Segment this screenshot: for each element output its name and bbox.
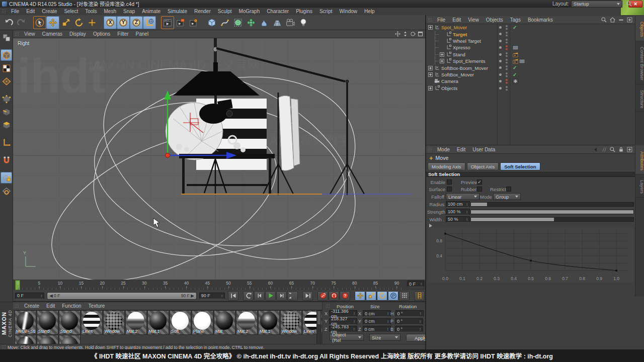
enabled-check-icon[interactable]: ✓: [513, 65, 517, 70]
menu-item-mograph[interactable]: MoGraph: [235, 9, 264, 14]
material-mat-1[interactable]: Mat.1: [258, 310, 280, 335]
workplane-mode-button[interactable]: [1, 75, 12, 87]
layer-dot[interactable]: [499, 40, 502, 42]
play-forward-button[interactable]: [265, 291, 276, 301]
tree-item-wheel-target[interactable]: Wheel Target: [426, 38, 635, 44]
prev-frame-button[interactable]: [254, 291, 265, 301]
tab-object-axis[interactable]: Object Axis: [467, 162, 499, 170]
axis-mode-button[interactable]: [1, 137, 12, 148]
lock-workplane-button[interactable]: [1, 172, 12, 184]
layer-dot[interactable]: [499, 73, 502, 76]
menu-item-file[interactable]: File: [8, 9, 23, 14]
viewport-orbit-icon[interactable]: [410, 31, 416, 37]
side-tab-layers[interactable]: Layers: [635, 174, 644, 198]
material-mat-2[interactable]: Mat.2: [236, 310, 258, 335]
mograph-button[interactable]: [245, 16, 258, 29]
coord-field[interactable]: 0 cm↕: [363, 318, 391, 325]
menu-item-mode[interactable]: Mode: [434, 147, 453, 152]
menu-item-create[interactable]: Create: [38, 9, 60, 14]
goto-end-button[interactable]: [302, 291, 313, 301]
menu-item-tools[interactable]: Tools: [82, 9, 100, 14]
panel-grip-icon[interactable]: [15, 32, 19, 36]
scale-tool-button[interactable]: [59, 16, 72, 29]
menu-item-window[interactable]: Window: [336, 9, 361, 14]
lock-z-button[interactable]: Z: [130, 16, 143, 29]
menu-item-view[interactable]: View: [21, 31, 39, 37]
menu-item-filter[interactable]: Filter: [114, 31, 132, 37]
menu-item-simulate[interactable]: Simulate: [164, 9, 191, 14]
enabled-check-icon[interactable]: ✓: [513, 72, 517, 77]
plus-box-icon[interactable]: [626, 17, 633, 24]
undo-button[interactable]: [2, 16, 15, 29]
panel-grip-icon[interactable]: [326, 304, 330, 308]
layer-dot[interactable]: [499, 46, 502, 49]
last-tool-button[interactable]: [86, 16, 99, 29]
value-field[interactable]: 100 %↕: [446, 209, 470, 215]
search-icon[interactable]: [609, 146, 616, 153]
expander-icon[interactable]: [428, 25, 433, 30]
tree-item-spot-elements[interactable]: Spot_Elements: [426, 58, 635, 64]
tree-item-xpresso[interactable]: Xpresso: [426, 44, 635, 51]
polygons-mode-button[interactable]: [1, 119, 12, 131]
layer-dot[interactable]: [499, 26, 502, 29]
material-soft[interactable]: Soft: [170, 310, 191, 335]
dropdown[interactable]: Linear: [446, 193, 479, 200]
slider[interactable]: [470, 217, 634, 222]
environment-button[interactable]: [271, 16, 284, 29]
menu-item-animate[interactable]: Animate: [138, 9, 164, 14]
history-slash-icon[interactable]: [601, 146, 608, 153]
menu-item-tags[interactable]: Tags: [507, 17, 524, 23]
checkbox[interactable]: [447, 179, 452, 185]
plus-box-icon[interactable]: [626, 146, 633, 153]
edges-mode-button[interactable]: [1, 106, 12, 118]
expander-icon[interactable]: [440, 59, 444, 63]
deformers-button[interactable]: [258, 16, 271, 29]
material-scrollbar[interactable]: [316, 310, 321, 344]
material-stand[interactable]: Stand: [37, 310, 58, 335]
layer-dot[interactable]: [499, 60, 502, 62]
layer-dot[interactable]: [499, 53, 502, 56]
search-icon[interactable]: [626, 1, 633, 8]
layer-dot[interactable]: [499, 87, 502, 89]
lock-y-button[interactable]: Y: [117, 16, 130, 29]
coord-field[interactable]: 0 °↕: [395, 318, 423, 325]
coord-field[interactable]: 0 °↕: [395, 326, 423, 332]
clap-tag-icon[interactable]: [513, 52, 518, 57]
light-tool-button[interactable]: [297, 16, 310, 29]
menu-item-view[interactable]: View: [464, 17, 482, 23]
generators-button[interactable]: [231, 16, 245, 29]
minimize-panel-icon[interactable]: [618, 17, 625, 24]
redo-button[interactable]: [15, 16, 28, 29]
viewport-maximize-icon[interactable]: [417, 31, 424, 37]
timeline-film-button[interactable]: [414, 291, 425, 301]
next-frame-button[interactable]: [276, 291, 287, 301]
menu-item-user-data[interactable]: User Data: [469, 147, 499, 152]
panel-grip-icon[interactable]: [428, 18, 432, 22]
menu-item-edit[interactable]: Edit: [453, 147, 469, 152]
panel-grip-icon[interactable]: [15, 304, 19, 308]
coord-field[interactable]: 0 cm↕: [363, 310, 391, 317]
cube-primitive-button[interactable]: [205, 16, 218, 29]
spline-pen-button[interactable]: [218, 16, 231, 29]
side-tab-objects[interactable]: Objects: [635, 16, 644, 41]
snap-magnet-button[interactable]: [1, 154, 12, 166]
render-region-button[interactable]: [174, 16, 187, 29]
key-parameter-button[interactable]: P: [388, 291, 398, 301]
goto-start-button[interactable]: [228, 291, 238, 301]
key-position-button[interactable]: [355, 291, 365, 301]
material-mat-2[interactable]: Mat.2: [125, 310, 147, 335]
lock-icon[interactable]: [618, 146, 625, 153]
coord-field[interactable]: 0 °↕: [395, 310, 424, 317]
checkbox[interactable]: [506, 187, 511, 192]
key-rotation-button[interactable]: [377, 291, 387, 301]
material-window[interactable]: Window: [103, 310, 125, 335]
side-tab-content-browser[interactable]: Content Browser: [635, 41, 644, 84]
layout-dropdown[interactable]: Startup: [571, 1, 622, 8]
menu-item-texture[interactable]: Texture: [85, 303, 109, 309]
planar-workplane-button[interactable]: [1, 185, 12, 197]
target-tag-icon[interactable]: [513, 78, 518, 84]
visibility-dots[interactable]: [505, 85, 508, 93]
viewport-zoom-icon[interactable]: [402, 31, 409, 37]
material-metal-sta[interactable]: Metal - Sta: [15, 310, 36, 335]
search-icon[interactable]: [601, 17, 608, 24]
